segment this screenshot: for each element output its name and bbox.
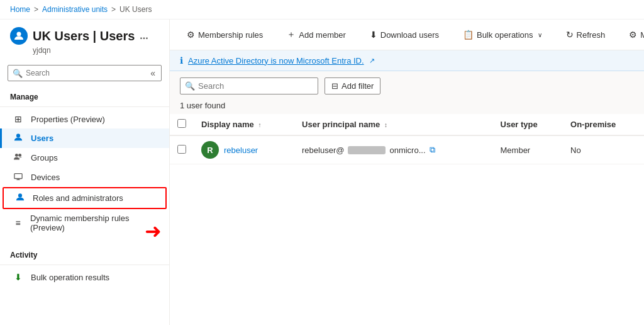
table-row: R rebeluser rebeluser@ onmicro... ⧉ [170,135,644,164]
manage-button[interactable]: ⚙ M... [622,25,644,44]
external-link-icon: ↗ [369,57,375,65]
row-checkbox-cell [170,135,194,164]
sidebar-item-label-users: Users [31,134,53,143]
sidebar-item-users[interactable]: Users [0,128,169,148]
refresh-button[interactable]: ↻ Refresh [559,25,613,44]
col-user-type-label: User type [501,120,538,129]
sidebar-manage-label: Manage [0,86,169,104]
on-premise-value: No [570,145,581,155]
breadcrumb-sep2: > [111,5,116,14]
select-all-checkbox[interactable] [177,119,186,128]
download-users-button[interactable]: ⬇ Download users [363,25,446,44]
svg-point-2 [15,154,18,157]
filter-search-input[interactable] [180,77,318,94]
col-display-name-sort: ↑ [258,122,261,128]
manage-icon: ⚙ [629,30,637,40]
sidebar-header: UK Users | Users ... yjdqn [0,20,169,60]
row-user-type-cell: Member [493,135,564,164]
row-upn-cell: rebeluser@ onmicro... ⧉ [294,135,492,164]
svg-point-0 [17,32,21,37]
col-display-name[interactable]: Display name ↑ [194,114,294,135]
add-filter-button[interactable]: ⊟ Add filter [325,77,380,94]
col-on-premise-label: On-premise [570,120,616,129]
breadcrumb-current: UK Users [119,5,152,14]
users-table: Display name ↑ User principal name ↕ Use… [170,114,644,164]
svg-point-3 [18,154,21,157]
sidebar-search-input[interactable] [8,65,162,81]
sidebar-search-container: 🔍 « [0,60,169,86]
bulk-ops-icon: 📋 [463,30,474,40]
add-member-label: Add member [299,30,345,40]
upn-suffix: onmicro... [389,145,425,155]
col-user-type[interactable]: User type [493,114,564,135]
sidebar-user-icon [10,27,28,45]
refresh-label: Refresh [577,30,606,40]
user-avatar: R [201,141,219,159]
result-count: 1 user found [170,98,644,114]
manage-label: M... [640,30,644,40]
sidebar-item-label-roles: Roles and administrators [33,193,123,203]
add-member-button[interactable]: ＋ Add member [280,25,352,45]
sidebar-item-roles[interactable]: Roles and administrators [3,187,167,209]
sidebar-subtitle: yjdqn [10,46,159,55]
row-on-premise-cell: No [563,135,644,164]
roles-icon [14,193,26,203]
download-users-label: Download users [380,30,439,40]
refresh-icon: ↻ [566,30,574,40]
bulk-results-icon: ⬇ [12,272,25,282]
user-type-value: Member [501,145,531,155]
svg-rect-4 [14,174,22,179]
membership-rules-label: Membership rules [198,30,263,40]
sidebar-title-text: UK Users | Users [33,29,135,43]
membership-rules-button[interactable]: ⚙ Membership rules [180,25,270,44]
content-area: ⚙ Membership rules ＋ Add member ⬇ Downlo… [170,20,644,325]
sidebar-item-properties[interactable]: ⊞ Properties (Preview) [0,110,169,128]
dynamic-icon: ≡ [12,218,24,228]
sidebar-item-dynamic[interactable]: ≡ Dynamic membership rules (Preview) [0,209,169,237]
bulk-operations-button[interactable]: 📋 Bulk operations ∨ [456,25,549,44]
sidebar-item-groups[interactable]: Groups [0,148,169,168]
sidebar-divider-1 [0,106,169,107]
upn-blurred [348,146,386,154]
add-member-icon: ＋ [287,29,296,40]
col-checkbox [170,114,194,135]
sidebar-item-devices[interactable]: Devices [0,168,169,187]
copy-icon[interactable]: ⧉ [430,145,435,155]
devices-icon [12,172,25,183]
add-filter-icon: ⊟ [331,81,338,91]
sidebar-activity-label: Activity [0,244,169,262]
sidebar-ellipsis[interactable]: ... [140,30,148,42]
sidebar-item-label-groups: Groups [31,153,58,162]
sidebar-collapse-icon[interactable]: « [150,68,155,78]
col-on-premise[interactable]: On-premise [563,114,644,135]
breadcrumb-admin-units[interactable]: Administrative units [42,5,108,14]
col-upn[interactable]: User principal name ↕ [294,114,492,135]
download-icon: ⬇ [370,30,377,40]
col-display-name-label: Display name [201,120,254,129]
membership-rules-icon: ⚙ [187,30,195,40]
sidebar-item-label-properties: Properties (Preview) [31,115,105,124]
table-wrap: Display name ↑ User principal name ↕ Use… [170,114,644,325]
filter-search-wrap: 🔍 [180,77,318,94]
filter-bar: 🔍 ⊟ Add filter [170,71,644,98]
info-banner-link[interactable]: Azure Active Directory is now Microsoft … [188,56,364,66]
bulk-operations-label: Bulk operations [477,30,533,40]
user-display-name-link[interactable]: rebeluser [224,145,258,155]
info-icon: ℹ [180,55,183,66]
sidebar-item-bulk-results[interactable]: ⬇ Bulk operation results [0,268,169,287]
svg-point-7 [18,193,22,197]
sidebar-item-label-dynamic: Dynamic membership rules (Preview) [30,214,159,232]
row-display-name-cell: R rebeluser [194,135,294,164]
breadcrumb-home[interactable]: Home [10,5,30,14]
col-upn-sort: ↕ [384,122,387,128]
toolbar: ⚙ Membership rules ＋ Add member ⬇ Downlo… [170,20,644,50]
add-filter-label: Add filter [341,81,374,91]
users-icon [12,133,25,144]
row-checkbox[interactable] [177,145,186,154]
svg-point-1 [16,134,20,137]
breadcrumb: Home > Administrative units > UK Users [0,0,644,20]
col-upn-label: User principal name [302,120,380,129]
sidebar-divider-2 [0,265,169,265]
sidebar-item-label-devices: Devices [31,173,60,182]
breadcrumb-sep1: > [34,5,38,14]
